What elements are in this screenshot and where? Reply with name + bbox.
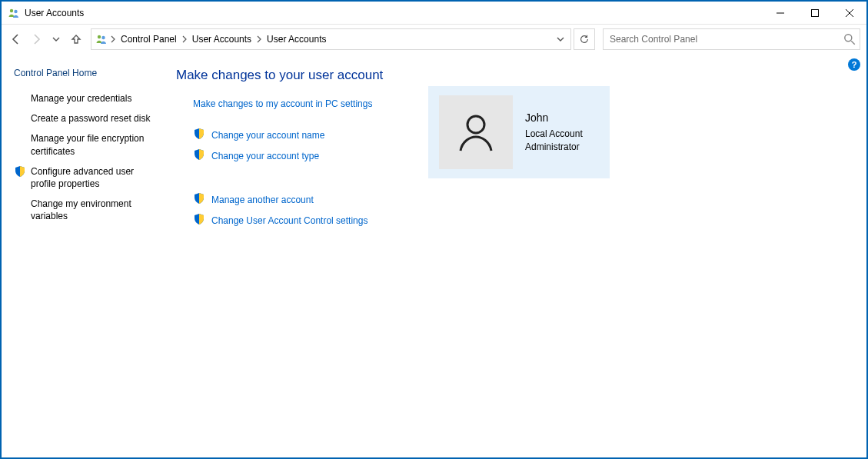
window-controls: [763, 2, 866, 25]
sidebar-link-env-vars[interactable]: Change my environment variables: [14, 198, 159, 222]
shield-icon: [193, 148, 205, 163]
sidebar-link-label: Change my environment variables: [31, 198, 158, 222]
avatar: [439, 95, 513, 169]
maximize-button[interactable]: [797, 2, 832, 25]
search-input[interactable]: [610, 34, 843, 45]
window-title: User Accounts: [25, 8, 84, 18]
main-panel: Make changes to your user account Make c…: [167, 54, 866, 457]
back-button[interactable]: [8, 29, 25, 49]
refresh-button[interactable]: [574, 28, 595, 50]
breadcrumb-item[interactable]: Control Panel: [118, 34, 180, 45]
svg-point-10: [467, 116, 484, 133]
svg-rect-3: [811, 9, 818, 16]
control-panel-home-link[interactable]: Control Panel Home: [14, 68, 159, 78]
shield-icon: [193, 128, 205, 142]
pc-settings-link[interactable]: Make changes to my account in PC setting…: [193, 98, 372, 109]
address-dropdown[interactable]: [552, 29, 569, 49]
address-bar[interactable]: Control Panel User Accounts User Account…: [91, 28, 571, 50]
page-title: Make changes to your user account: [176, 68, 853, 83]
chevron-right-icon[interactable]: [108, 35, 118, 43]
shield-icon: [193, 192, 205, 207]
up-button[interactable]: [68, 29, 85, 49]
svg-point-7: [101, 36, 105, 39]
manage-another-account-link[interactable]: Manage another account: [211, 195, 314, 205]
search-box[interactable]: [603, 28, 860, 50]
content-area: ? Control Panel Home Manage your credent…: [2, 54, 866, 457]
chevron-right-icon[interactable]: [254, 35, 264, 43]
sidebar-link-label: Manage your credentials: [31, 92, 131, 105]
user-role: Administrator: [525, 141, 583, 154]
sidebar: Control Panel Home Manage your credentia…: [2, 54, 167, 457]
sidebar-link-password-reset[interactable]: Create a password reset disk: [14, 112, 159, 125]
breadcrumb-item[interactable]: User Accounts: [189, 34, 254, 45]
address-icon: [95, 32, 108, 46]
breadcrumb-item[interactable]: User Accounts: [264, 34, 329, 45]
minimize-button[interactable]: [763, 2, 797, 25]
svg-point-1: [14, 9, 17, 12]
change-account-name-link[interactable]: Change your account name: [211, 130, 324, 141]
user-account-card: John Local Account Administrator: [428, 86, 610, 178]
title-bar: User Accounts: [2, 2, 866, 25]
sidebar-link-credentials[interactable]: Manage your credentials: [14, 92, 159, 105]
change-account-type-link[interactable]: Change your account type: [211, 151, 319, 161]
user-name: John: [525, 111, 583, 126]
sidebar-link-advanced-profile[interactable]: Configure advanced user profile properti…: [14, 165, 159, 190]
svg-point-0: [10, 8, 13, 12]
sidebar-link-label: Manage your file encryption certificates: [31, 132, 158, 157]
chevron-right-icon[interactable]: [180, 35, 189, 43]
search-icon[interactable]: [843, 32, 856, 46]
svg-line-9: [851, 41, 855, 45]
shield-icon: [14, 165, 26, 178]
user-info: John Local Account Administrator: [525, 111, 583, 153]
sidebar-link-encryption[interactable]: Manage your file encryption certificates: [14, 132, 159, 157]
svg-point-6: [98, 35, 101, 38]
recent-dropdown[interactable]: [48, 29, 65, 49]
close-button[interactable]: [832, 2, 866, 25]
app-icon: [8, 7, 20, 19]
sidebar-link-label: Configure advanced user profile properti…: [31, 165, 158, 190]
svg-point-8: [845, 35, 852, 42]
navigation-bar: Control Panel User Accounts User Account…: [2, 25, 866, 54]
forward-button[interactable]: [28, 29, 45, 49]
sidebar-link-label: Create a password reset disk: [31, 112, 150, 125]
change-uac-link[interactable]: Change User Account Control settings: [211, 215, 367, 226]
shield-icon: [193, 213, 205, 228]
user-account-type: Local Account: [525, 128, 583, 141]
